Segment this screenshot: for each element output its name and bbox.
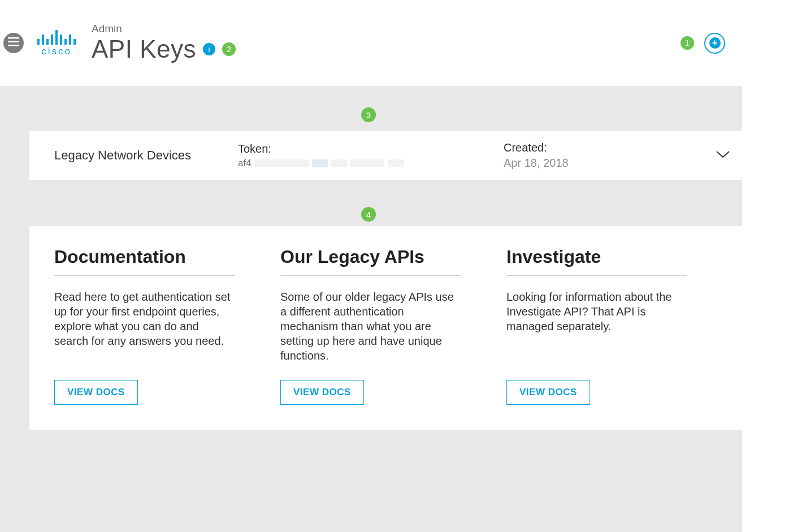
docs-panel: Documentation Read here to get authentic… (29, 226, 755, 430)
info-icon[interactable]: i (203, 43, 215, 55)
doc-card-title: Investigate (506, 246, 687, 276)
token-mask (388, 159, 404, 167)
header-bar: cisco Admin API Keys i 2 1 + (0, 0, 742, 86)
title-block: Admin API Keys i 2 (92, 23, 236, 63)
api-key-row[interactable]: Legacy Network Devices Token: af4 Create… (29, 131, 755, 180)
callout-badge-4: 4 (361, 207, 376, 222)
created-label: Created: (504, 141, 569, 154)
doc-card-title: Our Legacy APIs (280, 246, 461, 276)
callout-badge-3: 3 (361, 107, 376, 122)
right-scrollbar-gutter (742, 0, 793, 532)
expand-toggle[interactable] (716, 150, 730, 161)
page-title: API Keys (92, 35, 196, 63)
cisco-bars-icon (37, 29, 76, 45)
doc-card-body: Some of our older legacy APIs use a diff… (280, 289, 461, 369)
doc-card-body: Looking for information about the Invest… (506, 289, 687, 369)
doc-card-investigate: Investigate Looking for information abou… (506, 246, 687, 405)
token-value: af4 (238, 158, 504, 169)
api-key-name: Legacy Network Devices (54, 148, 238, 163)
callout-row-4: 4 (29, 207, 708, 222)
doc-card-legacy-apis: Our Legacy APIs Some of our older legacy… (280, 246, 461, 405)
token-mask (331, 159, 347, 167)
token-mask (255, 159, 309, 167)
svg-rect-0 (8, 37, 19, 39)
svg-rect-1 (8, 41, 19, 43)
doc-card-documentation: Documentation Read here to get authentic… (54, 246, 235, 405)
plus-icon: + (709, 37, 721, 49)
cisco-logo-text: cisco (41, 46, 72, 57)
created-column: Created: Apr 18, 2018 (504, 141, 569, 170)
main-content: 3 Legacy Network Devices Token: af4 Crea… (0, 107, 755, 430)
token-prefix: af4 (238, 158, 252, 169)
header-actions: 1 + (681, 33, 725, 54)
view-docs-button[interactable]: VIEW DOCS (54, 380, 138, 405)
token-mask (312, 159, 328, 167)
created-value: Apr 18, 2018 (504, 157, 569, 170)
token-label: Token: (238, 142, 504, 155)
chevron-down-icon (716, 151, 730, 161)
token-mask (350, 159, 384, 167)
callout-badge-1: 1 (681, 36, 694, 50)
menu-button[interactable] (3, 33, 24, 53)
add-api-key-button[interactable]: + (704, 33, 725, 54)
token-column: Token: af4 (238, 142, 504, 169)
hamburger-icon (8, 37, 19, 49)
callout-badge-2: 2 (222, 42, 236, 56)
svg-rect-2 (8, 45, 19, 46)
cisco-logo: cisco (37, 29, 76, 57)
breadcrumb: Admin (92, 23, 236, 35)
callout-row-3: 3 (29, 107, 708, 122)
view-docs-button[interactable]: VIEW DOCS (506, 380, 590, 405)
doc-card-title: Documentation (54, 246, 235, 276)
doc-card-body: Read here to get authentication set up f… (54, 289, 235, 369)
view-docs-button[interactable]: VIEW DOCS (280, 380, 364, 405)
